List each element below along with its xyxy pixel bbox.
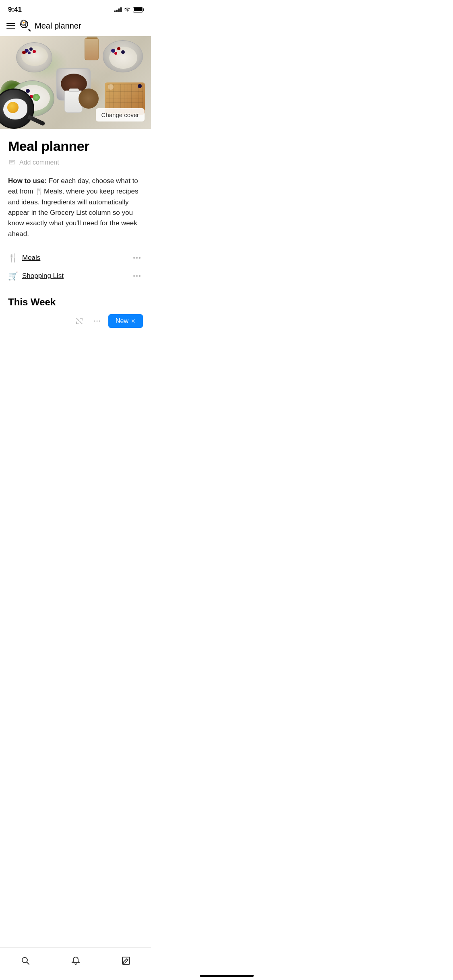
battery-icon	[133, 7, 143, 12]
status-bar: 9:41	[0, 0, 151, 17]
status-time: 9:41	[8, 6, 22, 14]
new-button-label: New	[116, 317, 128, 325]
content-area: Meal planner Add comment How to use: For…	[0, 138, 151, 333]
shopping-list-db-row[interactable]: 🛒 Shopping List	[8, 267, 143, 285]
meals-db-icon: 🍴	[8, 253, 18, 263]
svg-point-2	[99, 321, 100, 322]
signal-bars-icon	[114, 7, 122, 12]
cookie-decoration	[79, 89, 99, 109]
shopping-cart-icon: 🛒	[8, 271, 18, 281]
shopping-list-db-left: 🛒 Shopping List	[8, 271, 64, 281]
header-title: Meal planner	[35, 21, 81, 31]
jar-decoration	[85, 38, 99, 60]
new-button-close-icon: ✕	[131, 318, 136, 324]
more-options-icon[interactable]	[91, 315, 103, 327]
meals-inline-link[interactable]: Meals	[44, 187, 62, 195]
body-text-bold: How to use:	[8, 177, 47, 185]
svg-point-1	[96, 321, 97, 322]
svg-point-0	[94, 321, 95, 322]
add-comment-row[interactable]: Add comment	[8, 159, 143, 166]
meals-db-label: Meals	[22, 254, 40, 262]
frying-pan-decoration	[0, 89, 42, 129]
shopping-list-db-more-button[interactable]	[131, 274, 143, 278]
expand-icon[interactable]	[73, 315, 86, 327]
shopping-list-db-label: Shopping List	[22, 272, 64, 280]
database-links: 🍴 Meals 🛒 Shopping List	[8, 249, 143, 285]
status-icons	[114, 7, 143, 12]
bowl1-decoration	[16, 42, 52, 72]
new-button[interactable]: New ✕	[108, 314, 143, 328]
page-title: Meal planner	[8, 138, 143, 154]
change-cover-button[interactable]: Change cover	[96, 108, 145, 121]
meals-inline-icon: 🍴	[35, 188, 43, 195]
header: 🍳 Meal planner	[0, 17, 151, 36]
meals-db-row[interactable]: 🍴 Meals	[8, 249, 143, 267]
week-toolbar: New ✕	[8, 314, 143, 333]
this-week-section-title: This Week	[8, 296, 143, 308]
body-text: How to use: For each day, choose what to…	[8, 176, 143, 239]
bowl2-decoration	[103, 40, 143, 72]
hamburger-menu-icon[interactable]	[6, 23, 15, 29]
add-comment-label: Add comment	[19, 159, 59, 166]
search-icon[interactable]: 🍳	[20, 20, 31, 31]
comment-icon	[8, 159, 16, 166]
meals-db-left: 🍴 Meals	[8, 253, 40, 263]
meals-db-more-button[interactable]	[131, 255, 143, 260]
header-search-area: 🍳 Meal planner	[20, 20, 81, 31]
cover-image-area: Change cover	[0, 36, 151, 129]
wifi-icon	[124, 7, 130, 12]
